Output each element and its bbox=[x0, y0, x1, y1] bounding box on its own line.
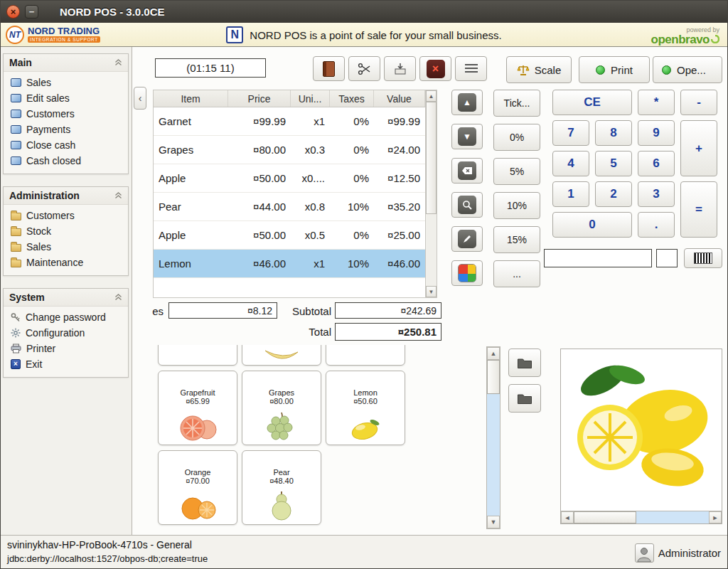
product-tile-partial[interactable] bbox=[326, 345, 405, 366]
receipt-row[interactable]: Apple ¤50.00 x0.5 0% ¤25.00 bbox=[154, 221, 425, 250]
product-tile-orange[interactable]: Orange ¤70.00 bbox=[158, 450, 237, 525]
key-9[interactable]: 9 bbox=[638, 120, 675, 146]
key-plus[interactable]: + bbox=[680, 120, 717, 176]
category-up-button[interactable] bbox=[508, 349, 541, 377]
search-product-button[interactable] bbox=[451, 192, 483, 218]
scroll-thumb[interactable] bbox=[426, 102, 437, 214]
scroll-thumb[interactable] bbox=[574, 511, 636, 523]
close-icon[interactable]: × bbox=[6, 5, 20, 18]
receipt-row[interactable]: Grapes ¤80.00 x0.3 0% ¤24.00 bbox=[154, 136, 425, 164]
scroll-track[interactable] bbox=[574, 511, 709, 523]
key-minus[interactable]: - bbox=[680, 90, 717, 115]
sidebar-item-change-password[interactable]: Change password bbox=[4, 309, 128, 325]
scroll-up-icon[interactable]: ▲ bbox=[426, 90, 437, 102]
sidebar-section-administration-header[interactable]: Administration bbox=[4, 187, 128, 205]
item-label: Stock bbox=[26, 225, 51, 237]
move-receipt-button[interactable] bbox=[384, 56, 416, 81]
scroll-track[interactable] bbox=[426, 102, 437, 286]
line-up-button[interactable]: ▲ bbox=[451, 90, 483, 115]
sidebar-item-close-cash[interactable]: Close cash bbox=[4, 137, 128, 153]
ticket-discount-button[interactable]: Tick... bbox=[493, 90, 540, 117]
delete-receipt-button[interactable]: × bbox=[419, 56, 451, 81]
product-tile-partial[interactable] bbox=[158, 345, 237, 366]
sidebar-item-exit[interactable]: × Exit bbox=[4, 356, 128, 372]
receipt-row[interactable]: Pear ¤44.00 x0.8 10% ¤35.20 bbox=[154, 193, 425, 221]
key-6[interactable]: 6 bbox=[638, 151, 675, 176]
edit-line-button[interactable] bbox=[451, 226, 483, 252]
key-2[interactable]: 2 bbox=[595, 181, 632, 207]
sidebar-item-stock[interactable]: Stock bbox=[4, 223, 128, 239]
nordpos-n-icon: N bbox=[226, 26, 243, 43]
keypad-input[interactable] bbox=[544, 249, 652, 267]
key-4[interactable]: 4 bbox=[552, 151, 589, 176]
attributes-button[interactable] bbox=[451, 260, 483, 286]
delete-line-button[interactable] bbox=[451, 158, 483, 184]
scroll-down-icon[interactable]: ▼ bbox=[426, 286, 437, 297]
cell-taxes: 10% bbox=[330, 250, 374, 277]
sidebar-item-sales[interactable]: Sales bbox=[4, 75, 128, 90]
journal-button[interactable] bbox=[313, 56, 345, 81]
minimize-glyph: − bbox=[29, 7, 35, 16]
key-3[interactable]: 3 bbox=[638, 181, 675, 207]
product-tile-grapes[interactable]: Grapes ¤80.00 bbox=[242, 371, 321, 445]
sidebar-item-cash-closed[interactable]: Cash closed bbox=[4, 153, 128, 169]
key-0[interactable]: 0 bbox=[552, 212, 632, 238]
receipt-scrollbar[interactable]: ▲ ▼ bbox=[425, 90, 437, 297]
discount-more-button[interactable]: ... bbox=[493, 260, 540, 287]
product-tile-pear[interactable]: Pear ¤48.40 bbox=[242, 450, 321, 525]
collapse-panel-button[interactable]: ‹ bbox=[134, 87, 146, 110]
scroll-track[interactable] bbox=[487, 360, 500, 516]
line-down-button[interactable]: ▼ bbox=[451, 124, 483, 149]
image-scrollbar[interactable]: ◄ ► bbox=[561, 511, 722, 523]
scroll-right-icon[interactable]: ► bbox=[709, 511, 722, 523]
cell-units: x0.... bbox=[291, 164, 330, 192]
barcode-button[interactable] bbox=[684, 248, 722, 268]
product-tile-partial[interactable] bbox=[242, 345, 321, 366]
scroll-down-icon[interactable]: ▼ bbox=[487, 516, 500, 528]
scroll-thumb[interactable] bbox=[487, 360, 500, 394]
discount-0-button[interactable]: 0% bbox=[493, 124, 540, 151]
receipt-row[interactable]: Garnet ¤99.99 x1 0% ¤99.99 bbox=[154, 107, 425, 136]
split-receipt-button[interactable] bbox=[348, 56, 380, 81]
product-tile-grapefruit[interactable]: Grapefruit ¤65.99 bbox=[158, 371, 237, 445]
category-root-button[interactable] bbox=[508, 384, 541, 413]
product-tile-lemon[interactable]: Lemon ¤50.60 bbox=[326, 371, 405, 445]
minimize-icon[interactable]: − bbox=[25, 5, 38, 18]
sidebar-section-system-header[interactable]: System bbox=[4, 289, 128, 307]
print-button[interactable]: Print bbox=[579, 56, 650, 83]
open-drawer-button[interactable]: Ope... bbox=[653, 56, 722, 83]
sidebar-item-payments[interactable]: Payments bbox=[4, 122, 128, 137]
receipt-list-button[interactable] bbox=[455, 56, 487, 81]
discount-10-button[interactable]: 10% bbox=[493, 192, 540, 219]
key-equals[interactable]: = bbox=[680, 181, 717, 238]
key-multiply[interactable]: * bbox=[638, 90, 675, 115]
receipt-row[interactable]: Apple ¤50.00 x0.... 0% ¤12.50 bbox=[154, 164, 425, 193]
discount-15-button[interactable]: 15% bbox=[493, 226, 540, 253]
key-8[interactable]: 8 bbox=[595, 120, 632, 146]
key-dot[interactable]: . bbox=[638, 212, 675, 238]
sidebar-item-edit-sales[interactable]: Edit sales bbox=[4, 90, 128, 106]
cell-price: ¤99.99 bbox=[228, 107, 291, 135]
sidebar-item-configuration[interactable]: Configuration bbox=[4, 325, 128, 341]
key-5[interactable]: 5 bbox=[595, 151, 632, 176]
discount-5-button[interactable]: 5% bbox=[493, 158, 540, 185]
total-field: ¤250.81 bbox=[335, 323, 441, 341]
cell-price: ¤44.00 bbox=[228, 193, 291, 220]
sidebar-section-main-header[interactable]: Main bbox=[4, 54, 128, 72]
scroll-left-icon[interactable]: ◄ bbox=[561, 511, 574, 523]
scale-button[interactable]: Scale bbox=[506, 56, 572, 83]
key-7[interactable]: 7 bbox=[552, 120, 589, 146]
key-ce[interactable]: CE bbox=[552, 90, 632, 115]
sidebar-item-admin-sales[interactable]: Sales bbox=[4, 239, 128, 255]
scroll-up-icon[interactable]: ▲ bbox=[487, 347, 500, 360]
scissors-icon bbox=[358, 62, 372, 76]
sidebar-item-customers[interactable]: Customers bbox=[4, 106, 128, 122]
sidebar-item-maintenance[interactable]: Maintenance bbox=[4, 255, 128, 270]
catalog-scrollbar[interactable]: ▲ ▼ bbox=[486, 346, 500, 529]
keypad-aux-field[interactable] bbox=[656, 249, 678, 267]
receipt-row-selected[interactable]: Lemon ¤46.00 x1 10% ¤46.00 bbox=[154, 250, 425, 278]
sidebar-item-admin-customers[interactable]: Customers bbox=[4, 208, 128, 223]
key-1[interactable]: 1 bbox=[552, 181, 589, 207]
sidebar-item-printer[interactable]: Printer bbox=[4, 341, 128, 356]
close-cash-icon bbox=[11, 141, 21, 149]
